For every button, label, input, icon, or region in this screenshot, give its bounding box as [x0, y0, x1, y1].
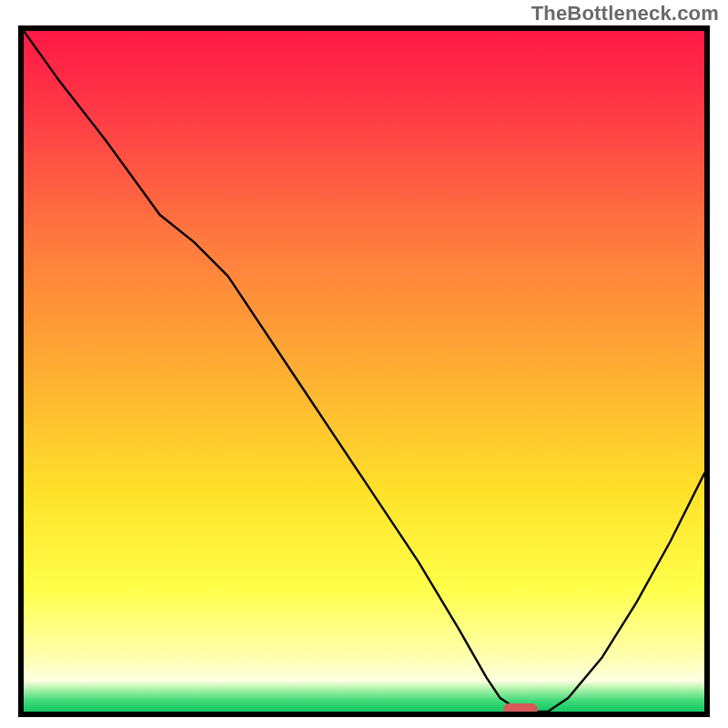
plot-frame — [18, 25, 710, 717]
chart-container: TheBottleneck.com — [0, 0, 728, 728]
watermark-text: TheBottleneck.com — [531, 2, 719, 25]
optimal-marker — [503, 703, 537, 712]
plot-svg — [24, 31, 704, 712]
plot-background — [24, 31, 704, 712]
